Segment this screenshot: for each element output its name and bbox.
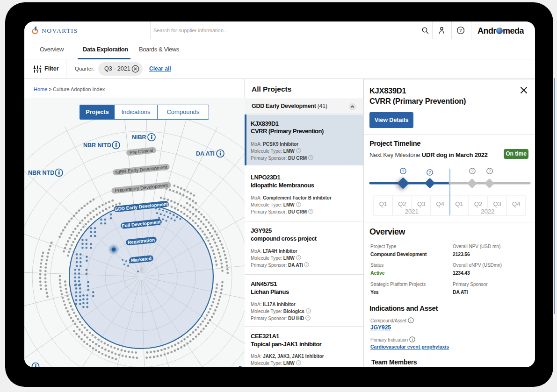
svg-text:Q1: Q1 <box>379 200 387 207</box>
svg-text:Q2: Q2 <box>474 200 482 207</box>
svg-text:Q4: Q4 <box>512 200 520 207</box>
svg-text:NBR NTD: NBR NTD <box>28 170 54 176</box>
svg-text:DA ATI: DA ATI <box>196 150 215 157</box>
svg-text:2022: 2022 <box>481 208 494 215</box>
svg-text:?: ? <box>310 210 312 213</box>
svg-text:?: ? <box>307 309 309 313</box>
svg-text:D: D <box>239 365 243 367</box>
svg-text:?: ? <box>297 203 299 206</box>
svg-text:?: ? <box>297 256 299 259</box>
svg-text:?: ? <box>459 28 462 33</box>
svg-text:?: ? <box>488 169 491 173</box>
svg-text:NIBR: NIBR <box>132 134 146 141</box>
svg-text:Q3: Q3 <box>417 200 425 207</box>
svg-text:Q3: Q3 <box>493 200 501 207</box>
svg-text:?: ? <box>306 263 308 266</box>
svg-text:?: ? <box>307 316 309 320</box>
svg-text:?: ? <box>310 156 312 159</box>
svg-text:?: ? <box>297 361 299 364</box>
svg-text:Q1: Q1 <box>455 200 463 207</box>
svg-text:?: ? <box>471 169 473 173</box>
svg-text:?: ? <box>402 169 404 173</box>
svg-text:?: ? <box>428 170 431 175</box>
svg-text:2021: 2021 <box>405 208 419 215</box>
svg-text:Q2: Q2 <box>398 200 406 207</box>
svg-text:NBR NITD: NBR NITD <box>83 142 111 149</box>
svg-text:Q4: Q4 <box>436 200 444 207</box>
svg-text:?: ? <box>297 149 299 152</box>
